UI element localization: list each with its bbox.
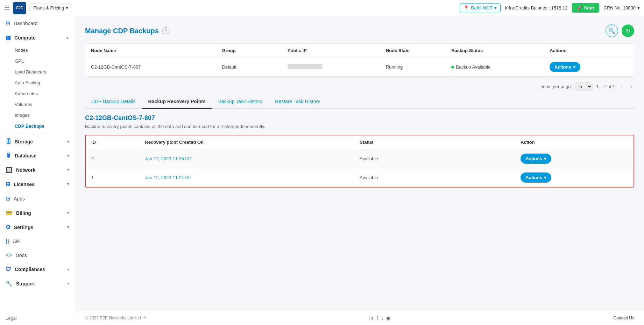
items-per-page-label: Items per page: <box>540 84 572 89</box>
col-header-backup-status: Backup Status <box>451 48 550 53</box>
recovery-created-0[interactable]: Jan 12, 2023 11:26 IST <box>145 156 360 161</box>
settings-chevron: ▾ <box>67 225 69 229</box>
database-icon: 🛢 <box>6 153 11 159</box>
sidebar-item-dashboard[interactable]: ⊞ Dashboard <box>0 16 75 30</box>
recovery-actions-button-1[interactable]: Actions ▾ <box>521 172 551 183</box>
sidebar-item-apps[interactable]: ⊞ Apps <box>0 191 75 206</box>
cell-backup-status: Backup Available <box>451 64 550 70</box>
crn-dropdown-icon: ▾ <box>637 5 640 10</box>
location-button[interactable]: 📍 Delhi-NCR ▾ <box>460 3 501 12</box>
facebook-icon[interactable]: f <box>377 315 378 321</box>
sidebar-item-licenses[interactable]: ⊞ Licenses ▾ <box>0 177 75 191</box>
location-dropdown-icon: ▾ <box>494 5 497 10</box>
items-per-page-select[interactable]: 5 10 25 <box>575 82 593 91</box>
actions-dropdown-button[interactable]: Actions ▾ <box>550 62 580 72</box>
recovery-action-1: Actions ▾ <box>521 172 628 183</box>
support-icon: 🔧 <box>6 280 13 287</box>
col-header-actions: Actions <box>550 48 628 53</box>
sidebar-item-docs[interactable]: <> Docs <box>0 248 75 262</box>
sidebar: ⊞ Dashboard ▦ Compute ▲ Nodes GPU Load B… <box>0 16 75 325</box>
header-left: ☰ E2E Plans & Pricing ▾ <box>4 2 72 14</box>
node-section-desc: Backup recovery points contains all the … <box>85 124 634 129</box>
recovery-row-1: 1 Jan 12, 2023 11:21 IST Available Actio… <box>86 168 634 187</box>
sidebar-label-dashboard: Dashboard <box>14 21 38 26</box>
settings-icon: ⚙ <box>6 224 10 231</box>
storage-icon: 🗄 <box>6 139 11 145</box>
sidebar-label-storage: Storage <box>15 139 33 144</box>
sidebar-item-volumes[interactable]: Volumes <box>0 99 75 110</box>
page-header-actions: 🔍 ↻ <box>606 24 634 37</box>
sidebar-label-compliances: Compliances <box>15 267 45 272</box>
tab-backup-recovery-points[interactable]: Backup Recovery Points <box>142 95 212 109</box>
sidebar-item-support[interactable]: 🔧 Support ▾ <box>0 276 75 291</box>
hamburger-icon[interactable]: ☰ <box>4 4 10 12</box>
sidebar-item-auto-scaling[interactable]: Auto Scaling <box>0 77 75 88</box>
recovery-created-1[interactable]: Jan 12, 2023 11:21 IST <box>145 175 360 180</box>
sidebar-item-gpu[interactable]: GPU <box>0 56 75 66</box>
sidebar-item-nodes[interactable]: Nodes <box>0 45 75 56</box>
node-section-title: C2-12GB-CentOS-7-807 <box>85 114 634 122</box>
sidebar-item-load-balancers[interactable]: Load Balancers <box>0 66 75 77</box>
licenses-chevron: ▾ <box>67 182 69 186</box>
sidebar-item-compliances[interactable]: 🛡 Compliances ▾ <box>0 262 75 276</box>
col-header-node-state: Node State <box>386 48 451 53</box>
plans-pricing-dropdown-icon: ▾ <box>66 5 68 10</box>
recovery-actions-button-0[interactable]: Actions ▾ <box>521 154 551 164</box>
header-right: 📍 Delhi-NCR ▾ Infra Credits Balance : 15… <box>460 3 640 13</box>
billing-chevron: ▾ <box>67 211 69 215</box>
twitter-icon[interactable]: t <box>382 315 383 321</box>
recovery-col-status: Status <box>360 140 521 145</box>
search-button[interactable]: 🔍 <box>606 24 618 37</box>
sidebar-item-compute[interactable]: ▦ Compute ▲ <box>0 30 75 45</box>
backup-status-label: Backup Available <box>456 64 490 70</box>
top-header: ☰ E2E Plans & Pricing ▾ 📍 Delhi-NCR ▾ In… <box>0 0 644 16</box>
pagination-row: Items per page: 5 10 25 1 – 1 of 1 ‹ › <box>85 82 634 91</box>
crn-button[interactable]: CRN No. 18030 ▾ <box>603 5 640 10</box>
start-button[interactable]: 🚀 Start <box>572 3 600 13</box>
billing-icon: 💳 <box>6 210 13 216</box>
cell-actions: Actions ▾ <box>550 62 628 72</box>
recovery-status-0: Available <box>360 156 521 161</box>
recovery-table: ID Recovery point Created On Status Acti… <box>85 135 634 188</box>
sidebar-label-network: Network <box>16 167 35 173</box>
sidebar-item-storage[interactable]: 🗄 Storage ▾ <box>0 135 75 149</box>
sidebar-item-api[interactable]: {} API <box>0 234 75 248</box>
apps-icon: ⊞ <box>6 195 10 202</box>
layout: ⊞ Dashboard ▦ Compute ▲ Nodes GPU Load B… <box>0 16 644 325</box>
prev-page-button[interactable]: ‹ <box>618 83 624 91</box>
api-icon: {} <box>6 238 9 245</box>
help-icon[interactable]: ? <box>162 27 169 34</box>
sidebar-item-kubernetes[interactable]: Kubernetes <box>0 88 75 99</box>
sidebar-item-billing[interactable]: 💳 Billing ▾ <box>0 206 75 220</box>
tab-cdp-backup-details[interactable]: CDP Backup Details <box>85 95 142 109</box>
licenses-icon: ⊞ <box>6 181 10 188</box>
refresh-button[interactable]: ↻ <box>622 24 634 37</box>
actions-dropdown-icon: ▾ <box>573 64 575 70</box>
table-row: C2-12GB-CentOS-7-807 Default Running Bac… <box>85 58 634 76</box>
location-label: Delhi-NCR <box>471 5 493 10</box>
tabs-row: CDP Backup Details Backup Recovery Point… <box>85 95 634 109</box>
crn-label: CRN No. 18030 <box>603 5 636 10</box>
rss-icon[interactable]: ◉ <box>386 315 390 321</box>
sidebar-footer-legal[interactable]: Legal <box>0 311 75 325</box>
cell-group: Default <box>222 64 288 70</box>
tab-backup-task-history[interactable]: Backup Task History <box>212 95 269 109</box>
next-page-button[interactable]: › <box>628 83 634 91</box>
cell-public-ip <box>288 64 386 70</box>
contact-us-link[interactable]: Contact Us <box>614 316 634 320</box>
network-icon: 🔲 <box>6 167 13 173</box>
dashboard-icon: ⊞ <box>6 20 10 27</box>
sidebar-item-images[interactable]: Images <box>0 110 75 121</box>
credits-balance: Infra Credits Balance : 1518.12 <box>505 5 567 10</box>
linkedin-icon[interactable]: in <box>369 315 373 321</box>
sidebar-item-settings[interactable]: ⚙ Settings ▾ <box>0 220 75 234</box>
tab-restore-task-history[interactable]: Restore Task History <box>269 95 326 109</box>
sidebar-item-network[interactable]: 🔲 Network ▾ <box>0 163 75 177</box>
compute-icon: ▦ <box>6 34 11 41</box>
sidebar-item-database[interactable]: 🛢 Database ▾ <box>0 149 75 163</box>
page-title: Manage CDP Backups <box>85 27 159 35</box>
compliances-icon: 🛡 <box>6 266 11 273</box>
sidebar-item-cdp-backups[interactable]: CDP Backups <box>0 121 75 132</box>
plans-pricing-button[interactable]: Plans & Pricing ▾ <box>29 3 72 12</box>
col-header-group: Group <box>222 48 288 53</box>
